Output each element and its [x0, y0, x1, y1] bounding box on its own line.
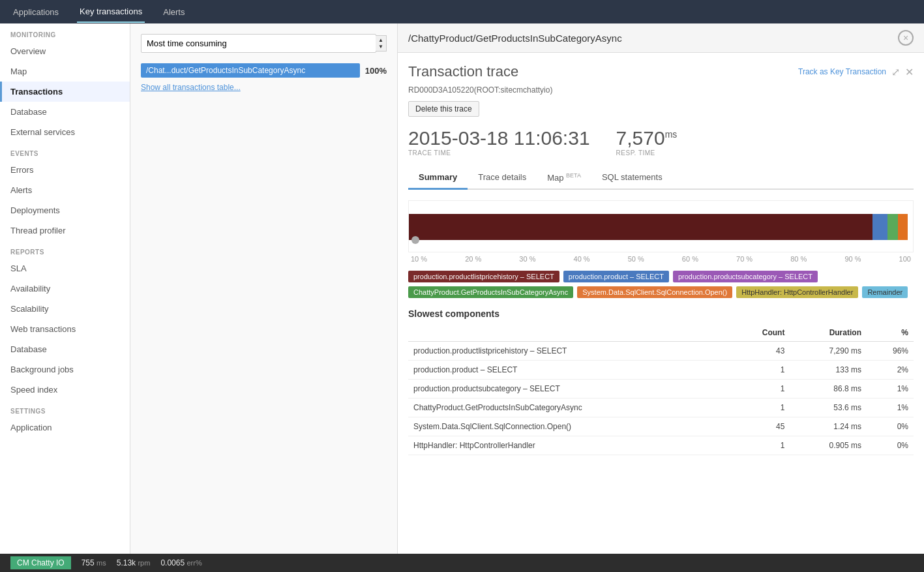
track-key-transaction-button[interactable]: Track as Key Transaction	[798, 67, 886, 76]
filter-bar: Most time consuming ▲ ▼	[141, 34, 387, 53]
sidebar-item-background-jobs[interactable]: Background jobs	[0, 359, 130, 380]
tab-summary[interactable]: Summary	[408, 167, 468, 190]
sidebar: MONITORING Overview Map Transactions Dat…	[0, 23, 130, 572]
sidebar-item-availability[interactable]: Availability	[0, 278, 130, 299]
legend-item-6: Remainder	[862, 286, 908, 298]
status-metric-2: 5.13k rpm	[117, 558, 151, 567]
row-duration: 1.24 ms	[790, 417, 867, 436]
sidebar-item-thread-profiler[interactable]: Thread profiler	[0, 220, 130, 241]
resp-time-metric: 7,570ms RESP. TIME	[616, 127, 678, 157]
sidebar-item-overview[interactable]: Overview	[0, 41, 130, 61]
sidebar-item-database-reports[interactable]: Database	[0, 339, 130, 359]
sidebar-item-errors[interactable]: Errors	[0, 160, 130, 180]
row-duration: 0.905 ms	[790, 436, 867, 455]
trace-tabs: Summary Trace details Map BETA SQL state…	[408, 167, 914, 190]
legend-item-5: HttpHandler: HttpControllerHandler	[736, 286, 858, 298]
monitoring-section-label: MONITORING	[0, 23, 130, 41]
nav-key-transactions[interactable]: Key transactions	[77, 1, 145, 23]
status-metric-1: 755 ms	[82, 558, 106, 567]
trace-header-close-button[interactable]: ×	[898, 30, 914, 46]
table-row: HttpHandler: HttpControllerHandler 1 0.9…	[408, 436, 914, 455]
sidebar-item-speed-index[interactable]: Speed index	[0, 380, 130, 400]
trace-time-metric: 2015-03-18 11:06:31 TRACE TIME	[408, 127, 590, 157]
col-name	[408, 324, 730, 342]
trace-actions: Track as Key Transaction ⤢ ✕	[798, 66, 914, 78]
trace-body: Transaction trace Track as Key Transacti…	[398, 53, 924, 466]
resp-time-label: RESP. TIME	[616, 149, 678, 157]
sidebar-item-transactions[interactable]: Transactions	[0, 82, 130, 102]
trace-title-row: Transaction trace Track as Key Transacti…	[408, 63, 914, 80]
nav-applications[interactable]: Applications	[10, 2, 61, 22]
sidebar-item-external-services[interactable]: External services	[0, 122, 130, 142]
tab-sql-statements[interactable]: SQL statements	[591, 167, 673, 190]
col-count: Count	[730, 324, 790, 342]
table-row: production.productlistpricehistory – SEL…	[408, 342, 914, 361]
sidebar-item-alerts[interactable]: Alerts	[0, 180, 130, 200]
chart-dot	[411, 236, 419, 244]
sidebar-item-database[interactable]: Database	[0, 102, 130, 122]
row-name: production.productsubcategory – SELECT	[408, 380, 730, 399]
top-nav: Applications Key transactions Alerts	[0, 0, 924, 23]
trace-close-button[interactable]: ✕	[905, 66, 914, 78]
col-pct: %	[867, 324, 914, 342]
sidebar-item-scalability[interactable]: Scalability	[0, 299, 130, 319]
row-count: 1	[730, 380, 790, 399]
sidebar-item-deployments[interactable]: Deployments	[0, 200, 130, 220]
tab-map[interactable]: Map BETA	[537, 167, 591, 190]
filter-arrows[interactable]: ▲ ▼	[376, 35, 387, 52]
row-pct: 0%	[867, 436, 914, 455]
sidebar-item-application[interactable]: Application	[0, 417, 130, 438]
chart-bar-orange	[898, 214, 908, 240]
chart-bar-dark	[409, 214, 872, 240]
chart-bar-blue	[872, 214, 887, 240]
row-count: 43	[730, 342, 790, 361]
slowest-components-section: Slowest components Count Duration % prod…	[408, 309, 914, 455]
filter-select[interactable]: Most time consuming	[141, 34, 376, 53]
tab-trace-details[interactable]: Trace details	[468, 167, 537, 190]
tx-bar-label[interactable]: /Chat...duct/GetProductsInSubCategoryAsy…	[141, 63, 360, 78]
row-name: production.product – SELECT	[408, 361, 730, 380]
row-duration: 86.8 ms	[790, 380, 867, 399]
nav-alerts[interactable]: Alerts	[160, 2, 187, 22]
row-duration: 133 ms	[790, 361, 867, 380]
slowest-components-table: Count Duration % production.productlistp…	[408, 324, 914, 455]
reports-section-label: REPORTS	[0, 241, 130, 258]
sidebar-item-sla[interactable]: SLA	[0, 258, 130, 278]
delete-trace-button[interactable]: Delete this trace	[408, 101, 479, 117]
row-name: System.Data.SqlClient.SqlConnection.Open…	[408, 417, 730, 436]
status-metric-3: 0.0065 err%	[160, 558, 201, 567]
row-duration: 53.6 ms	[790, 399, 867, 417]
row-count: 1	[730, 436, 790, 455]
sidebar-item-map[interactable]: Map	[0, 61, 130, 82]
legend-item-2: production.productsubcategory – SELECT	[673, 271, 818, 282]
col-duration: Duration	[790, 324, 867, 342]
row-name: production.productlistpricehistory – SEL…	[408, 342, 730, 361]
chart-bar-green	[887, 214, 897, 240]
tx-bar-row: /Chat...duct/GetProductsInSubCategoryAsy…	[141, 63, 387, 78]
table-row: System.Data.SqlClient.SqlConnection.Open…	[408, 417, 914, 436]
chart-grid	[408, 200, 914, 252]
legend-item-4: System.Data.SqlClient.SqlConnection.Open…	[577, 286, 732, 298]
trace-time-label: TRACE TIME	[408, 149, 590, 157]
trace-header-bar: /ChattyProduct/GetProductsInSubCategoryA…	[398, 23, 924, 53]
status-bar: CM Chatty IO 755 ms 5.13k rpm 0.0065 err…	[0, 554, 924, 572]
trace-id: RD000D3A105220(ROOT:sitecmchattyio)	[408, 85, 914, 95]
status-app-name: CM Chatty IO	[10, 556, 71, 569]
table-row: production.product – SELECT 1 133 ms 2%	[408, 361, 914, 380]
row-count: 45	[730, 417, 790, 436]
show-all-transactions-link[interactable]: Show all transactions table...	[141, 83, 387, 92]
chart-labels: 10 % 20 % 30 % 40 % 50 % 60 % 70 % 80 % …	[408, 255, 914, 263]
row-pct: 1%	[867, 380, 914, 399]
trace-panel: /ChattyProduct/GetProductsInSubCategoryA…	[398, 23, 924, 572]
trace-expand-button[interactable]: ⤢	[891, 66, 900, 78]
sidebar-item-web-transactions[interactable]: Web transactions	[0, 319, 130, 339]
resp-time-value: 7,570ms	[616, 127, 678, 149]
trace-title: Transaction trace	[408, 63, 518, 80]
tx-list-panel: Most time consuming ▲ ▼ /Chat...duct/Get…	[130, 23, 398, 572]
table-row: production.productsubcategory – SELECT 1…	[408, 380, 914, 399]
row-count: 1	[730, 361, 790, 380]
slowest-components-title: Slowest components	[408, 309, 914, 319]
row-count: 1	[730, 399, 790, 417]
table-row: ChattyProduct.GetProductsInSubCategoryAs…	[408, 399, 914, 417]
row-duration: 7,290 ms	[790, 342, 867, 361]
